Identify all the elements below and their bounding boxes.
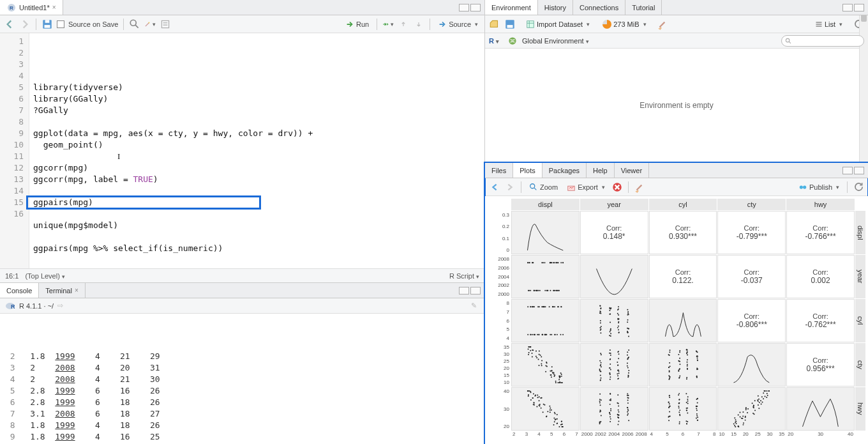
forward-icon[interactable] xyxy=(19,19,31,30)
maximize-icon[interactable] xyxy=(854,4,864,11)
gutter: 12345678910111213141516 xyxy=(0,33,29,268)
svg-point-202 xyxy=(554,374,555,376)
svg-point-229 xyxy=(551,374,552,376)
load-icon[interactable] xyxy=(489,19,500,30)
broom-icon[interactable] xyxy=(657,19,668,30)
svg-point-446 xyxy=(599,422,601,424)
svg-point-84 xyxy=(537,290,538,291)
find-icon[interactable] xyxy=(129,19,140,30)
tab-plots[interactable]: Plots xyxy=(513,163,542,178)
tab-connections[interactable]: Connections xyxy=(573,0,625,15)
svg-point-250 xyxy=(532,356,533,358)
col-header: cty xyxy=(717,199,786,210)
knit-icon[interactable] xyxy=(160,19,171,30)
svg-point-257 xyxy=(599,370,600,371)
console-output[interactable]: 2 1.8 1999 4 21 29 3 2 2008 4 20 31 4 2 … xyxy=(0,314,484,444)
svg-point-249 xyxy=(539,365,540,366)
tab-terminal[interactable]: Terminal× xyxy=(39,283,85,298)
svg-point-153 xyxy=(609,310,610,311)
env-search[interactable] xyxy=(781,35,864,47)
scatter-cell xyxy=(649,387,717,431)
svg-point-272 xyxy=(610,369,611,370)
scope-selector[interactable]: (Top Level) xyxy=(25,272,64,280)
save-icon[interactable] xyxy=(41,19,53,30)
up-icon[interactable] xyxy=(398,19,409,30)
svg-point-545 xyxy=(696,420,698,421)
svg-point-603 xyxy=(758,399,759,401)
view-mode-button[interactable]: List xyxy=(812,19,845,29)
refresh-icon[interactable] xyxy=(853,181,864,193)
next-plot-icon[interactable] xyxy=(504,181,516,193)
source-on-save-checkbox[interactable] xyxy=(57,20,64,28)
lang-selector[interactable]: R Script xyxy=(449,272,479,280)
minimize-icon[interactable] xyxy=(459,4,469,11)
code[interactable]: library(tidyverse)library(GGally)?GGally… xyxy=(29,33,484,268)
tab-environment[interactable]: Environment xyxy=(485,0,538,15)
svg-point-204 xyxy=(539,354,540,355)
source-button[interactable]: Source xyxy=(435,19,481,30)
svg-point-442 xyxy=(599,399,601,400)
down-icon[interactable] xyxy=(413,19,424,30)
svg-point-102 xyxy=(530,306,531,307)
lang-scope[interactable]: R xyxy=(489,37,499,45)
publish-button[interactable]: Publish xyxy=(796,181,842,193)
tab-viewer[interactable]: Viewer xyxy=(615,163,649,178)
import-dataset-button[interactable]: Import Dataset xyxy=(523,19,592,30)
svg-point-178 xyxy=(618,325,619,326)
svg-point-535 xyxy=(687,401,688,402)
svg-point-539 xyxy=(686,410,687,411)
editor[interactable]: 12345678910111213141516 library(tidyvers… xyxy=(0,33,484,268)
svg-point-228 xyxy=(541,356,542,357)
clear-console-icon[interactable]: ✎ xyxy=(468,300,479,312)
svg-point-47 xyxy=(527,262,528,263)
svg-point-248 xyxy=(530,346,531,348)
maximize-icon[interactable] xyxy=(470,287,481,295)
corr-cell: Corr:-0.806*** xyxy=(717,299,786,342)
minimize-icon[interactable] xyxy=(842,4,853,11)
tab-console[interactable]: Console xyxy=(0,283,39,298)
tab-tutorial[interactable]: Tutorial xyxy=(625,0,662,15)
tab-packages[interactable]: Packages xyxy=(542,163,587,178)
clear-plots-icon[interactable] xyxy=(634,181,645,193)
svg-point-206 xyxy=(550,371,551,372)
memory-indicator[interactable]: 273 MiB xyxy=(600,19,648,30)
svg-point-76 xyxy=(539,290,541,291)
svg-point-290 xyxy=(617,373,618,374)
wand-icon[interactable] xyxy=(144,19,156,30)
goto-wd-icon[interactable]: ⇨ xyxy=(57,302,63,310)
minimize-icon[interactable] xyxy=(842,167,853,174)
svg-point-79 xyxy=(555,290,557,291)
close-icon[interactable]: × xyxy=(75,287,79,294)
svg-point-83 xyxy=(553,290,554,291)
svg-point-537 xyxy=(686,424,687,425)
source-tab[interactable]: R Untitled1* × xyxy=(0,0,63,15)
maximize-icon[interactable] xyxy=(470,4,481,11)
tab-history[interactable]: History xyxy=(538,0,573,15)
back-icon[interactable] xyxy=(4,19,15,30)
svg-point-597 xyxy=(743,411,744,413)
env-scope[interactable]: Global Environment xyxy=(522,37,589,45)
svg-point-185 xyxy=(628,336,629,337)
svg-point-159 xyxy=(610,328,611,330)
svg-point-519 xyxy=(678,394,679,395)
export-button[interactable]: Export xyxy=(564,181,608,193)
export-label: Export xyxy=(578,183,598,191)
save-icon[interactable] xyxy=(504,19,516,30)
svg-point-394 xyxy=(562,424,563,425)
svg-point-230 xyxy=(538,359,539,360)
svg-point-24 xyxy=(786,38,789,42)
prev-plot-icon[interactable] xyxy=(489,181,500,193)
svg-rect-3 xyxy=(45,25,50,28)
minimize-icon[interactable] xyxy=(459,287,469,295)
rerun-icon[interactable] xyxy=(382,19,394,30)
run-button[interactable]: Run xyxy=(343,19,371,30)
list-label: List xyxy=(825,20,835,28)
tab-help[interactable]: Help xyxy=(587,163,615,178)
scatter-cell xyxy=(511,343,580,387)
close-icon[interactable]: × xyxy=(52,4,56,11)
maximize-icon[interactable] xyxy=(854,167,864,174)
remove-plot-icon[interactable] xyxy=(611,181,623,193)
zoom-button[interactable]: Zoom xyxy=(527,181,560,193)
svg-point-254 xyxy=(558,379,560,380)
tab-files[interactable]: Files xyxy=(485,163,513,178)
